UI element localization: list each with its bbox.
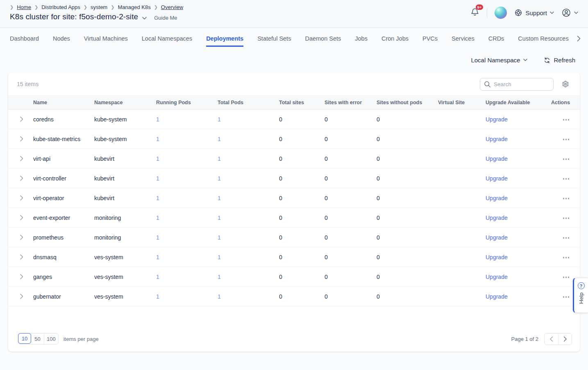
tab[interactable]: Daemon Sets	[305, 35, 341, 47]
total-pods-link[interactable]: 1	[218, 136, 221, 142]
page-size-button[interactable]: 50	[31, 333, 44, 344]
row-expand-chevron-icon[interactable]	[8, 235, 33, 240]
next-page-button[interactable]	[558, 333, 572, 345]
page-indicator: Page 1 of 2	[511, 336, 539, 342]
tab[interactable]: CRDs	[488, 35, 504, 47]
row-actions-ellipsis-icon[interactable]	[563, 139, 570, 140]
running-pods-link[interactable]: 1	[156, 116, 159, 123]
ai-assistant-logo[interactable]	[495, 7, 507, 19]
tab[interactable]: Custom Resources	[518, 35, 568, 47]
search-input[interactable]	[480, 78, 554, 91]
cell-sites-with-error: 0	[325, 234, 377, 241]
row-actions-ellipsis-icon[interactable]	[563, 257, 570, 258]
total-pods-link[interactable]: 1	[218, 175, 221, 182]
tab[interactable]: PVCs	[422, 35, 438, 47]
title-chevron-down-icon[interactable]	[142, 14, 147, 21]
upgrade-link[interactable]: Upgrade	[486, 234, 508, 241]
table-settings-button[interactable]	[562, 80, 569, 88]
cell-total-sites: 0	[279, 293, 325, 300]
help-tab[interactable]: ? Help	[573, 278, 588, 313]
row-expand-chevron-icon[interactable]	[8, 274, 33, 279]
upgrade-link[interactable]: Upgrade	[486, 293, 508, 300]
running-pods-link[interactable]: 1	[156, 155, 159, 162]
row-actions-ellipsis-icon[interactable]	[563, 237, 570, 239]
notifications-button[interactable]: 9+	[470, 7, 479, 18]
total-pods-link[interactable]: 1	[218, 155, 221, 162]
page-size-controls: 10 50 100 items per page	[18, 333, 99, 345]
tab[interactable]: Services	[452, 35, 474, 47]
upgrade-link[interactable]: Upgrade	[486, 195, 508, 201]
breadcrumb-item: ❯ Overview	[154, 4, 183, 10]
tab[interactable]: Nodes	[53, 35, 70, 47]
breadcrumb-link[interactable]: Home	[17, 4, 31, 10]
running-pods-link[interactable]: 1	[156, 195, 159, 201]
upgrade-link[interactable]: Upgrade	[486, 155, 508, 162]
running-pods-link[interactable]: 1	[156, 136, 159, 142]
row-expand-chevron-icon[interactable]	[8, 254, 33, 260]
upgrade-link[interactable]: Upgrade	[486, 116, 508, 123]
running-pods-link[interactable]: 1	[156, 293, 159, 300]
row-expand-chevron-icon[interactable]	[8, 294, 33, 299]
guide-me-button[interactable]: Guide Me	[154, 15, 177, 21]
tabs-overflow-chevron-right-icon[interactable]	[573, 36, 582, 47]
page-size-button[interactable]: 10	[18, 333, 31, 344]
row-expand-chevron-icon[interactable]	[8, 195, 33, 201]
row-expand-chevron-icon[interactable]	[8, 116, 33, 122]
user-menu[interactable]	[561, 8, 578, 18]
tab[interactable]: Cron Jobs	[381, 35, 409, 47]
row-actions-ellipsis-icon[interactable]	[563, 198, 570, 199]
row-expand-chevron-icon[interactable]	[8, 136, 33, 142]
cell-sites-with-error: 0	[325, 195, 377, 201]
running-pods-link[interactable]: 1	[156, 215, 159, 221]
row-actions-ellipsis-icon[interactable]	[563, 276, 570, 278]
tab[interactable]: Stateful Sets	[257, 35, 291, 47]
running-pods-link[interactable]: 1	[156, 274, 159, 280]
total-pods-link[interactable]: 1	[218, 195, 221, 201]
namespace-selector[interactable]: Local Namespace	[471, 57, 527, 64]
search-icon	[484, 81, 491, 88]
running-pods-link[interactable]: 1	[156, 175, 159, 182]
page-size-button[interactable]: 100	[44, 333, 58, 344]
row-actions-ellipsis-icon[interactable]	[563, 217, 570, 219]
total-pods-link[interactable]: 1	[218, 254, 221, 260]
column-header-sites-with-error: Sites with error	[325, 100, 377, 105]
breadcrumb-link[interactable]: Managed K8s	[118, 4, 150, 10]
row-actions-ellipsis-icon[interactable]	[563, 178, 570, 180]
user-avatar-icon	[561, 8, 571, 18]
breadcrumb-link[interactable]: Distributed Apps	[41, 4, 80, 10]
row-expand-chevron-icon[interactable]	[8, 176, 33, 181]
upgrade-link[interactable]: Upgrade	[486, 254, 508, 260]
cell-namespace: ves-system	[94, 274, 156, 280]
upgrade-link[interactable]: Upgrade	[486, 136, 508, 142]
upgrade-link[interactable]: Upgrade	[486, 175, 508, 182]
table-column-headers: Name Namespace Running Pods Total Pods T…	[8, 96, 580, 110]
refresh-button[interactable]: Refresh	[544, 57, 575, 64]
column-header-namespace: Namespace	[94, 100, 156, 105]
upgrade-link[interactable]: Upgrade	[486, 274, 508, 280]
column-header-name: Name	[33, 100, 94, 105]
upgrade-link[interactable]: Upgrade	[486, 215, 508, 221]
breadcrumb-link[interactable]: system	[91, 4, 107, 10]
total-pods-link[interactable]: 1	[218, 215, 221, 221]
total-pods-link[interactable]: 1	[218, 274, 221, 280]
row-actions-ellipsis-icon[interactable]	[563, 119, 570, 121]
tab[interactable]: Deployments	[206, 35, 243, 47]
row-actions-ellipsis-icon[interactable]	[563, 296, 570, 298]
row-expand-chevron-icon[interactable]	[8, 156, 33, 161]
breadcrumb-link[interactable]: Overview	[161, 4, 183, 10]
running-pods-link[interactable]: 1	[156, 234, 159, 241]
row-actions-ellipsis-icon[interactable]	[563, 158, 570, 160]
tab[interactable]: Local Namespaces	[142, 35, 192, 47]
total-pods-link[interactable]: 1	[218, 234, 221, 241]
support-label: Support	[525, 9, 547, 16]
breadcrumb-item: ❯ system	[84, 4, 107, 10]
tab[interactable]: Jobs	[355, 35, 368, 47]
row-expand-chevron-icon[interactable]	[8, 215, 33, 220]
running-pods-link[interactable]: 1	[156, 254, 159, 260]
support-menu[interactable]: Support	[514, 9, 554, 17]
tab[interactable]: Dashboard	[10, 35, 39, 47]
total-pods-link[interactable]: 1	[218, 293, 221, 300]
total-pods-link[interactable]: 1	[218, 116, 221, 123]
previous-page-button[interactable]	[545, 333, 558, 345]
tab[interactable]: Virtual Machines	[84, 35, 128, 47]
